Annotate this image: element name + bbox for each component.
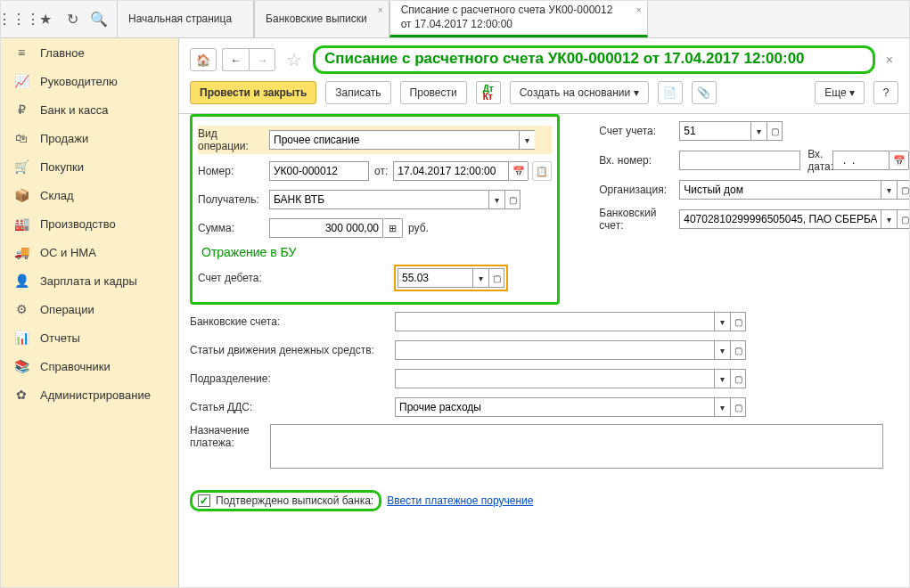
in-date-input[interactable] <box>832 151 890 170</box>
open-icon[interactable]: ▢ <box>504 190 521 209</box>
open-icon[interactable]: ▢ <box>730 340 746 360</box>
search-icon[interactable]: 🔍 <box>86 7 111 32</box>
open-icon[interactable]: ▢ <box>730 397 746 417</box>
forward-button[interactable]: → <box>249 48 275 71</box>
attach-button[interactable]: 📎 <box>692 81 717 104</box>
org-input[interactable] <box>679 180 881 200</box>
tab-doc[interactable]: Списание с расчетного счета УК00-000012 … <box>389 1 648 37</box>
dropdown-icon[interactable]: ▾ <box>488 190 504 209</box>
post-button[interactable]: Провести <box>400 81 467 104</box>
open-icon[interactable]: ▢ <box>767 121 783 141</box>
sidebar-item-production[interactable]: 🏭Производство <box>1 209 178 238</box>
bank-acct-field[interactable]: ▾ ▢ <box>679 209 909 229</box>
close-icon[interactable]: × <box>881 53 898 67</box>
bank-accounts-label: Банковские счета: <box>190 315 395 328</box>
purpose-label: Назначение платежа: <box>190 424 270 449</box>
star-icon[interactable]: ★ <box>33 7 58 32</box>
org-field[interactable]: ▾ ▢ <box>679 180 909 200</box>
sidebar-item-reports[interactable]: 📊Отчеты <box>1 323 178 352</box>
sidebar-item-main[interactable]: ≡Главное <box>1 38 178 67</box>
payee-label: Получатель: <box>198 193 269 206</box>
home-button[interactable]: 🏠 <box>190 48 217 71</box>
check-icon[interactable]: 📋 <box>532 161 552 181</box>
open-icon[interactable]: ▢ <box>488 268 504 288</box>
dropdown-icon[interactable]: ▾ <box>519 130 535 150</box>
op-type-input[interactable] <box>269 130 519 150</box>
account-field[interactable]: ▾ ▢ <box>679 121 783 141</box>
dds-input[interactable] <box>395 397 714 417</box>
sidebar-item-purchases[interactable]: 🛒Покупки <box>1 152 178 181</box>
create-based-button[interactable]: Создать на основании ▾ <box>510 81 649 104</box>
sum-input[interactable] <box>269 218 383 238</box>
back-button[interactable]: ← <box>222 48 249 71</box>
content-header: 🏠 ← → ☆ Списание с расчетного счета УК00… <box>179 38 909 79</box>
confirmed-checkbox[interactable]: ✓ <box>198 494 210 507</box>
sidebar-item-hr[interactable]: 👤Зарплата и кадры <box>1 266 178 295</box>
calendar-icon[interactable]: 📅 <box>890 151 909 170</box>
apps-icon[interactable]: ⋮⋮⋮ <box>6 7 31 32</box>
sidebar-item-operations[interactable]: ⚙Операции <box>1 295 178 323</box>
movements-button[interactable]: ДтКт <box>476 81 501 104</box>
ruble-icon: ₽ <box>13 102 29 117</box>
dept-field[interactable]: ▾ ▢ <box>395 369 746 388</box>
bank-acct-input[interactable] <box>679 209 881 229</box>
sum-label: Сумма: <box>198 222 269 234</box>
close-icon[interactable]: × <box>636 4 642 16</box>
sidebar-item-bank[interactable]: ₽Банк и касса <box>1 95 178 124</box>
dropdown-icon[interactable]: ▾ <box>472 268 488 288</box>
payee-input[interactable] <box>269 190 488 209</box>
post-and-close-button[interactable]: Провести и закрыть <box>190 81 316 104</box>
cashflow-input[interactable] <box>395 340 714 360</box>
date-input[interactable] <box>393 161 509 181</box>
save-button[interactable]: Записать <box>325 81 390 104</box>
number-input[interactable] <box>269 161 369 181</box>
dropdown-icon[interactable]: ▾ <box>881 209 897 229</box>
content: 🏠 ← → ☆ Списание с расчетного счета УК00… <box>179 38 909 588</box>
op-type-field[interactable]: ▾ <box>269 130 535 150</box>
cart-icon: 🛒 <box>13 159 29 174</box>
favorite-star-icon[interactable]: ☆ <box>281 48 307 71</box>
bank-accounts-input[interactable] <box>395 312 714 331</box>
sidebar-item-assets[interactable]: 🚚ОС и НМА <box>1 238 178 266</box>
cog-icon: ✿ <box>13 388 29 402</box>
close-icon[interactable]: × <box>378 4 383 16</box>
payee-field[interactable]: ▾ ▢ <box>269 190 521 209</box>
open-icon[interactable]: ▢ <box>897 180 909 200</box>
dept-input[interactable] <box>395 369 714 388</box>
calculator-icon[interactable]: ⊞ <box>383 218 403 238</box>
cashflow-field[interactable]: ▾ ▢ <box>395 340 746 360</box>
number-label: Номер: <box>198 165 269 177</box>
dropdown-icon[interactable]: ▾ <box>750 121 767 141</box>
in-num-input[interactable] <box>679 151 800 170</box>
open-icon[interactable]: ▢ <box>897 209 909 229</box>
account-input[interactable] <box>679 121 750 141</box>
sidebar-item-admin[interactable]: ✿Администрирование <box>1 380 178 409</box>
dropdown-icon[interactable]: ▾ <box>714 340 730 360</box>
bank-acct-label: Банковский счет: <box>599 207 679 232</box>
tab-bank[interactable]: Банковские выписки× <box>254 1 389 37</box>
sidebar-item-warehouse[interactable]: 📦Склад <box>1 181 178 209</box>
sidebar-item-manager[interactable]: 📈Руководителю <box>1 67 178 95</box>
sidebar-item-catalogs[interactable]: 📚Справочники <box>1 352 178 380</box>
bank-accounts-field[interactable]: ▾ ▢ <box>395 312 746 331</box>
report-icon: 📊 <box>13 331 29 345</box>
dropdown-icon[interactable]: ▾ <box>714 312 730 331</box>
debit-input[interactable] <box>398 268 472 288</box>
dropdown-icon[interactable]: ▾ <box>881 180 897 200</box>
calendar-icon[interactable]: 📅 <box>509 161 529 181</box>
debit-highlight: ▾ ▢ <box>394 265 508 291</box>
tab-home[interactable]: Начальная страница <box>117 1 254 37</box>
enter-payment-order-link[interactable]: Ввести платежное поручение <box>387 494 533 507</box>
dropdown-icon[interactable]: ▾ <box>714 397 730 417</box>
print-button[interactable]: 📄 <box>658 81 683 104</box>
dropdown-icon[interactable]: ▾ <box>714 369 730 388</box>
dds-field[interactable]: ▾ ▢ <box>395 397 746 417</box>
debit-field[interactable]: ▾ ▢ <box>398 268 504 288</box>
history-icon[interactable]: ↻ <box>60 7 85 32</box>
sidebar-item-sales[interactable]: 🛍Продажи <box>1 124 178 152</box>
more-button[interactable]: Еще ▾ <box>815 81 865 104</box>
open-icon[interactable]: ▢ <box>730 312 746 331</box>
purpose-input[interactable] <box>270 424 883 469</box>
open-icon[interactable]: ▢ <box>730 369 746 388</box>
help-button[interactable]: ? <box>873 81 898 104</box>
